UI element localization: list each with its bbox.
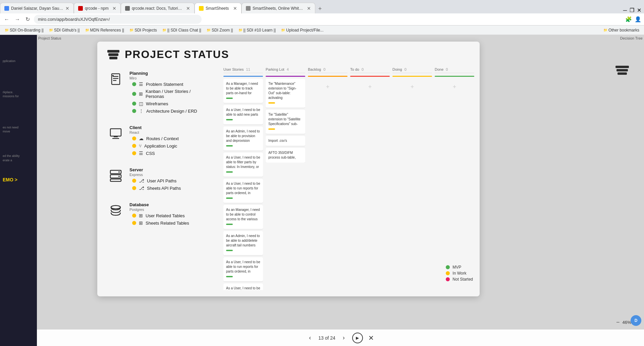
demo-btn-area[interactable]: EMO > <box>3 176 34 184</box>
bookmarks-bar: 📁 SDI On-Boarding || 📁 SDI Github's || 📁… <box>0 25 644 35</box>
bookmark-icon: 📁 <box>207 28 211 32</box>
bookmark-label: SDI On-Boarding || <box>10 28 44 33</box>
card-text: As a Manager, I need to be able to track… <box>226 81 260 96</box>
kanban-card[interactable]: AFTO 350/DIFM process sub-table, <box>266 148 305 163</box>
tab-2[interactable]: qrcode - npm ✕ <box>74 3 121 13</box>
browser-chrome: Daniel Salazar, Dayan Sauerbro... ✕ qrco… <box>0 0 644 35</box>
col-header-backlog: Backlog 0 <box>308 67 347 73</box>
minimize-button[interactable]: ─ <box>623 7 627 13</box>
col-title: User Stories <box>223 67 244 71</box>
share-icon: ⎇ <box>139 185 144 191</box>
bookmark-other[interactable]: 📁 Other bookmarks <box>601 27 641 33</box>
col-title: Doing <box>392 67 402 71</box>
tab-close-3[interactable]: ✕ <box>186 6 190 11</box>
col-header-doing: Doing 0 <box>392 67 432 73</box>
refresh-button[interactable]: ↻ <box>24 15 31 24</box>
next-frame-button[interactable]: › <box>341 332 347 343</box>
col-title: Backlog <box>308 67 321 71</box>
new-tab-button[interactable]: + <box>315 4 325 13</box>
card-tag <box>226 250 233 251</box>
tab-title-5: SmartSheets, Online Whiteboard... <box>253 6 305 11</box>
col-count: 0 <box>446 67 448 71</box>
tab-close-1[interactable]: ✕ <box>65 6 69 11</box>
col-empty: + <box>350 83 390 91</box>
bookmark-label: || SDI #10 Learn || <box>244 28 276 33</box>
play-button[interactable]: ▶ <box>352 333 363 343</box>
svg-rect-13 <box>110 179 121 181</box>
bookmark-icon: 📁 <box>603 28 607 32</box>
kanban-card[interactable]: Tie "Satellite" extension to "Satellite … <box>266 110 305 134</box>
kanban-card[interactable]: As an Admin, I need to be able to add/de… <box>223 231 263 255</box>
project-status-label: Project Status <box>38 36 61 40</box>
tab-3[interactable]: qrcode.react: Docs, Tutorials, Re... ✕ <box>121 3 195 13</box>
bookmark-onboarding[interactable]: 📁 SDI On-Boarding || <box>3 27 46 33</box>
kanban-card[interactable]: As a User, I need to be able to run repo… <box>223 257 263 281</box>
status-dot <box>132 82 136 86</box>
status-dot <box>132 151 136 155</box>
col-bar <box>308 76 347 77</box>
database-content: Database Postgres ⊞ User Related Tables <box>129 202 208 228</box>
svg-rect-0 <box>615 66 629 68</box>
tab-4[interactable]: SmartSheets ✕ <box>195 3 241 13</box>
bookmark-github[interactable]: 📁 SDI Github's || <box>47 27 82 33</box>
bookmark-learn[interactable]: 📁 || SDI #10 Learn || <box>236 27 278 33</box>
card-text: As an Admin, I need to be able to provis… <box>226 129 260 143</box>
col-header-done: Done 0 <box>435 67 474 73</box>
bookmark-label: Other bookmarks <box>608 28 639 33</box>
bookmark-zoom[interactable]: 📁 SDI Zoom || <box>205 27 235 33</box>
bookmark-label: MDN References || <box>90 28 124 33</box>
user-avatar[interactable]: D <box>631 315 641 326</box>
kanban-card[interactable]: As an Manager, I need to be able to cont… <box>223 205 263 229</box>
col-title: To do <box>350 67 359 71</box>
kanban-card[interactable]: As a User, I need to be able to run repo… <box>223 283 263 290</box>
url-input[interactable] <box>34 15 202 24</box>
bookmark-classchat[interactable]: 📁 || SDI Class Chat || <box>160 27 203 33</box>
kanban-col-parking-lot: Parking Lot 4 Tie "Maintenance" extensio… <box>266 67 305 289</box>
status-dot <box>132 102 136 106</box>
close-presentation-button[interactable]: ✕ <box>368 334 374 342</box>
play-icon: ▶ <box>356 336 359 340</box>
tab-close-2[interactable]: ✕ <box>112 6 116 11</box>
planning-sublabel: Miro <box>129 76 208 80</box>
bookmark-upload[interactable]: 📁 Upload Project/File... <box>279 27 325 33</box>
kanban-card[interactable]: As a Manager, I need to be able to track… <box>223 79 263 103</box>
client-label: Client <box>129 125 208 130</box>
tab-close-4[interactable]: ✕ <box>233 6 237 11</box>
profile-icon[interactable]: 👤 <box>635 16 641 22</box>
bookmark-mdn[interactable]: 📁 MDN References || <box>83 27 126 33</box>
kanban-card[interactable]: Tie "Maintenance" extension to "Sign-Out… <box>266 79 305 108</box>
database-group: Database Postgres ⊞ User Related Tables <box>107 202 208 228</box>
close-window-button[interactable]: ✕ <box>637 7 641 13</box>
legend: MVP In Work Not Started <box>446 265 473 283</box>
legend-dot-in-work <box>446 271 450 275</box>
address-bar: ← → ↻ 🧩 👤 <box>0 13 644 25</box>
forward-button[interactable]: → <box>13 15 21 24</box>
branch-icon: ⑂ <box>139 143 142 149</box>
extensions-icon[interactable]: 🧩 <box>625 16 632 22</box>
tab-close-5[interactable]: ✕ <box>307 6 311 11</box>
kanban-card[interactable]: Import .csv's <box>266 136 305 146</box>
arch-item: ☁ Routes / Context <box>132 136 208 141</box>
kanban-card[interactable]: As an Admin, I need to be able to provis… <box>223 126 263 151</box>
canvas-area[interactable]: Project Status Decision Tree <box>37 35 644 346</box>
tab-favicon-3 <box>125 6 130 11</box>
peek-section-4: ed the abilityerate a <box>3 154 34 162</box>
status-dot <box>132 186 136 190</box>
kanban-card[interactable]: As a User, I need to be able to filter p… <box>223 153 263 177</box>
back-button[interactable]: ← <box>3 15 11 24</box>
col-bar <box>350 76 390 77</box>
database-icon <box>107 202 124 219</box>
bookmark-projects[interactable]: 📁 SDI Projects <box>127 27 159 33</box>
tab-1[interactable]: Daniel Salazar, Dayan Sauerbro... ✕ <box>0 3 74 13</box>
prev-frame-button[interactable]: ‹ <box>307 332 313 343</box>
tab-5[interactable]: SmartSheets, Online Whiteboard... ✕ <box>241 3 315 13</box>
database-items: ⊞ User Related Tables ⊞ Sheets Related T… <box>132 213 208 226</box>
card-text: As a User, I need to be able to run repo… <box>226 260 260 274</box>
restore-button[interactable]: ❐ <box>630 7 634 13</box>
kanban-card[interactable]: As a User, I need to be able to run repo… <box>223 179 263 203</box>
client-icon <box>107 125 124 142</box>
legend-dot-mvp <box>446 265 450 269</box>
demo-button[interactable]: EMO > <box>3 176 17 184</box>
zoom-out-button[interactable]: − <box>616 319 620 326</box>
kanban-card[interactable]: As a User, I need to be able to add new … <box>223 105 263 124</box>
